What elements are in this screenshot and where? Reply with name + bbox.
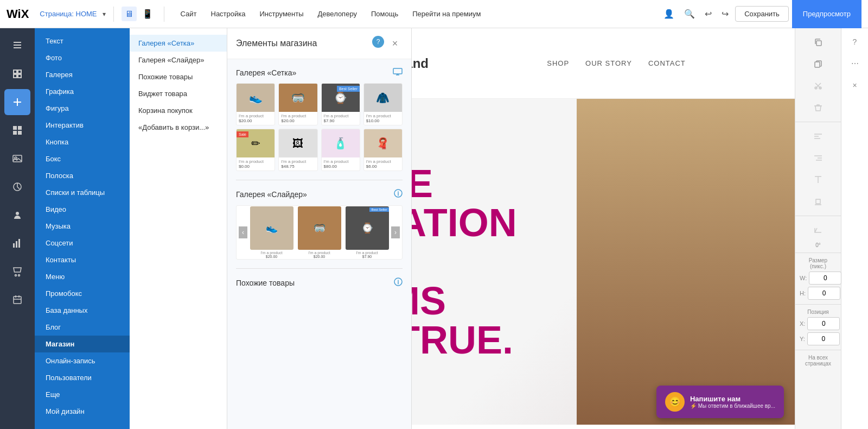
panel-item-music[interactable]: Музыка <box>35 218 130 235</box>
product-card-6[interactable]: 🧴 I'm a product $80.00 <box>321 129 360 171</box>
angle-icon-btn[interactable] <box>808 220 828 240</box>
align-top-icon-btn[interactable] <box>808 170 828 190</box>
panel-item-graphics[interactable]: Графика <box>35 83 130 100</box>
elements-icon-btn[interactable] <box>4 61 30 87</box>
size-label: Размер(пикс.) <box>809 257 827 269</box>
y-input[interactable] <box>807 332 840 345</box>
align-left-icon-btn[interactable] <box>808 127 828 146</box>
align-right-icon-btn[interactable] <box>808 148 828 168</box>
nav-link-shop[interactable]: SHOP <box>547 59 569 67</box>
page-name[interactable]: HOME <box>76 10 97 18</box>
mobile-device-btn[interactable]: 📱 <box>139 7 156 21</box>
panel-item-social[interactable]: Соцсети <box>35 235 130 251</box>
copy-icon-btn[interactable] <box>808 33 828 52</box>
close-icon-btn[interactable]: × <box>387 36 403 51</box>
secondary-item-grid[interactable]: Галерея «Сетка» <box>130 35 227 52</box>
delete-icon-btn[interactable] <box>808 98 828 117</box>
chat-widget[interactable]: 😊 Напишите нам ⚡ Мы ответим в ближайшее … <box>656 386 784 418</box>
search-icon-btn[interactable]: 🔍 <box>681 7 698 21</box>
save-button[interactable]: Сохранить <box>735 6 789 22</box>
panel-item-contacts[interactable]: Контакты <box>35 251 130 268</box>
panel-item-more[interactable]: Еще <box>35 386 130 403</box>
nav-premium-btn[interactable]: Перейти на премиум <box>406 7 487 21</box>
secondary-item-slider[interactable]: Галерея «Слайдер» <box>130 52 227 68</box>
slider-info-icon-btn[interactable] <box>394 189 403 200</box>
align-bottom-icon-btn[interactable] <box>808 192 828 211</box>
product-card-0[interactable]: 👟 I'm a product $20.00 <box>236 83 275 125</box>
slider-item-0[interactable]: 👟 <box>250 206 293 250</box>
secondary-item-addtocart[interactable]: «Добавить в корзи...» <box>130 119 227 136</box>
x-input[interactable] <box>807 317 840 330</box>
panel-item-video[interactable]: Видео <box>35 201 130 218</box>
grid-gallery-screen-icon-btn[interactable] <box>393 68 403 78</box>
product-card-7[interactable]: 🧣 I'm a product $6.00 <box>363 129 403 171</box>
svg-rect-5 <box>14 74 17 78</box>
product-card-4[interactable]: ✏ Sale I'm a product $0.00 <box>236 129 275 171</box>
panel-item-promo[interactable]: Промобокс <box>35 285 130 302</box>
panel-item-text[interactable]: Текст <box>35 33 130 49</box>
account-icon-btn[interactable]: 👤 <box>660 7 678 21</box>
svg-point-20 <box>15 275 17 276</box>
panel-item-blog[interactable]: Блог <box>35 319 130 336</box>
add-icon-btn[interactable] <box>4 89 30 115</box>
undo-icon-btn[interactable]: ↩ <box>701 7 715 21</box>
analytics-icon-btn[interactable] <box>4 230 30 256</box>
apps-icon-btn[interactable] <box>4 117 30 143</box>
store-icon-btn[interactable] <box>4 258 30 285</box>
slider-arrow-right[interactable]: › <box>391 226 400 238</box>
nav-settings-btn[interactable]: Настройка <box>205 7 252 21</box>
contacts-icon-btn[interactable] <box>4 202 30 228</box>
product-card-1[interactable]: 🥽 I'm a product $20.00 <box>278 83 317 125</box>
svg-rect-23 <box>393 68 402 74</box>
product-card-5[interactable]: 🖼 I'm a product $48.75 <box>278 129 317 171</box>
slider-item-2[interactable]: ⌚ Best Seller <box>346 206 389 250</box>
panel-item-mydesign[interactable]: Мой дизайн <box>35 403 130 420</box>
booking-icon-btn[interactable] <box>4 287 30 313</box>
paste-icon-btn[interactable] <box>808 54 828 74</box>
product-card-2[interactable]: ⌚ Best Seller I'm a product $7.90 <box>321 83 360 125</box>
panel-item-gallery[interactable]: Галерея <box>35 66 130 83</box>
panel-item-interactive[interactable]: Интерактив <box>35 117 130 134</box>
panel-item-users[interactable]: Пользователи <box>35 369 130 386</box>
panel-item-box[interactable]: Бокс <box>35 150 130 167</box>
help-close-btn[interactable]: × <box>846 76 864 94</box>
panel-item-booking[interactable]: Онлайн-запись <box>35 352 130 369</box>
panel-item-strip[interactable]: Полоска <box>35 167 130 184</box>
panel-item-store[interactable]: Магазин <box>35 336 130 352</box>
secondary-item-cart[interactable]: Корзина покупок <box>130 102 227 119</box>
nav-dev-btn[interactable]: Девелоперу <box>311 7 363 21</box>
nav-link-contact[interactable]: CONTACT <box>648 59 686 67</box>
related-info-icon-btn[interactable] <box>394 277 403 288</box>
panel-item-button[interactable]: Кнопка <box>35 134 130 150</box>
secondary-item-related[interactable]: Похожие товары <box>130 68 227 85</box>
panel-item-photo[interactable]: Фото <box>35 49 130 66</box>
cut-icon-btn[interactable] <box>808 76 828 96</box>
help-icon-btn[interactable]: ? <box>372 36 384 48</box>
panel-item-database[interactable]: База данных <box>35 302 130 319</box>
w-label: W: <box>800 275 807 281</box>
nav-site-btn[interactable]: Сайт <box>174 7 203 21</box>
product-card-3[interactable]: 🧥 I'm a product $10.00 <box>363 83 403 125</box>
desktop-device-btn[interactable]: 🖥 <box>122 7 137 21</box>
product-card-body-3: I'm a product $10.00 <box>364 112 402 125</box>
width-input[interactable] <box>809 272 841 285</box>
panel-item-menu[interactable]: Меню <box>35 268 130 285</box>
slider-arrow-left[interactable]: ‹ <box>239 226 247 238</box>
panel-item-shape[interactable]: Фигура <box>35 100 130 117</box>
design-icon-btn[interactable] <box>4 174 30 200</box>
redo-icon-btn[interactable]: ↪ <box>718 7 732 21</box>
secondary-item-widget[interactable]: Виджет товара <box>130 85 227 102</box>
height-input[interactable] <box>808 287 840 300</box>
media-icon-btn[interactable] <box>4 146 30 172</box>
nav-link-ourstory[interactable]: OUR STORY <box>585 59 632 67</box>
nav-tools-btn[interactable]: Инструменты <box>253 7 310 21</box>
help-grid-btn[interactable]: ⋯ <box>846 54 864 73</box>
page-dropdown-btn[interactable]: ▾ <box>103 10 106 18</box>
panel-item-lists[interactable]: Списки и таблицы <box>35 184 130 201</box>
help-question-btn[interactable]: ? <box>846 33 864 51</box>
pages-icon-btn[interactable] <box>4 33 30 59</box>
preview-button[interactable]: Предпросмотр <box>792 0 861 28</box>
nav-help-btn[interactable]: Помощь <box>365 7 405 21</box>
page-label: Страница: HOME <box>40 10 97 18</box>
slider-item-1[interactable]: 🥽 <box>298 206 341 250</box>
